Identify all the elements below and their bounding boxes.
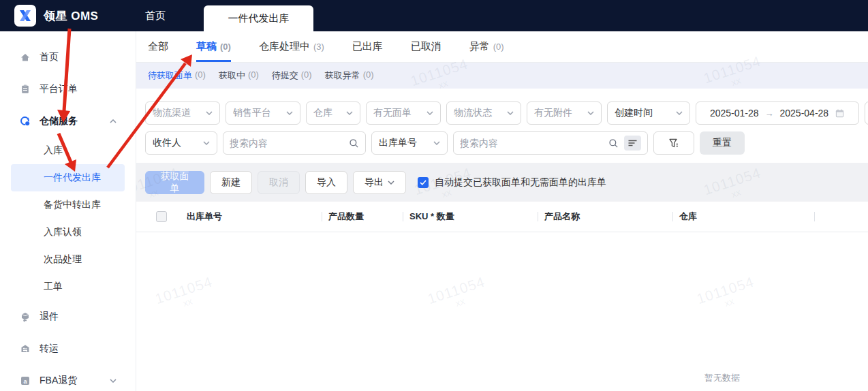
subtab-pending-label[interactable]: 待获取面单 (0) (148, 69, 206, 82)
warehouse-service-icon (19, 115, 31, 127)
date-range-arrow-icon: → (765, 108, 774, 119)
date-type-select[interactable]: 创建时间 (607, 101, 690, 125)
chevron-down-icon (110, 379, 117, 383)
column-header-extra (814, 202, 868, 232)
reset-button[interactable]: 重置 (700, 131, 745, 155)
sidebar-subitem-inbound-claim[interactable]: 入库认领 (0, 219, 136, 246)
sidebar-subitem-dropship-outbound[interactable]: 一件代发出库 (11, 164, 125, 191)
funnel-icon (668, 138, 679, 148)
tab-cancelled[interactable]: 已取消 (411, 31, 441, 62)
has-attachment-select[interactable]: 有无附件 (527, 101, 602, 125)
sidebar-subitem-defective-handling[interactable]: 次品处理 (0, 246, 136, 273)
action-bar: 获取面单 新建 取消 导入 导出 自动提交已获取面单和无需面单的出库单 (136, 163, 868, 202)
warehouse-select[interactable]: 仓库 (306, 101, 360, 125)
tab-draft[interactable]: 草稿 (0) (196, 31, 231, 62)
clipboard-icon (19, 83, 31, 95)
topnav-tab-dropship-outbound[interactable]: 一件代发出库 (204, 5, 313, 31)
sidebar-item-returns[interactable]: 退件 (0, 300, 136, 332)
auto-submit-option: 自动提交已获取面单和无需面单的出库单 (418, 176, 606, 189)
has-label-select[interactable]: 有无面单 (366, 101, 441, 125)
recipient-search-input[interactable] (230, 138, 343, 148)
search-icon (608, 138, 619, 148)
recipient-field-select[interactable]: 收件人 (145, 131, 217, 155)
tab-warehouse-processing[interactable]: 仓库处理中 (3) (259, 31, 324, 62)
advanced-filter-button[interactable] (653, 131, 694, 155)
chevron-up-icon (110, 119, 117, 123)
column-header-product-qty[interactable]: 产品数量 (322, 202, 403, 232)
sidebar-item-warehouse-service[interactable]: 仓储服务 (0, 105, 136, 137)
home-icon (19, 51, 31, 63)
chevron-down-icon (433, 141, 440, 145)
chevron-down-icon (346, 111, 353, 115)
chevron-down-icon (676, 111, 683, 115)
logistics-status-select[interactable]: 物流状态 (446, 101, 521, 125)
tab-processing-count: (3) (313, 42, 324, 52)
subtab-fetching[interactable]: 获取中 (0) (219, 69, 259, 82)
chevron-down-icon (286, 111, 293, 115)
tab-all[interactable]: 全部 (148, 31, 168, 62)
date-range-picker[interactable]: 2025-01-28 → 2025-04-28 (696, 101, 859, 125)
filter-panel: 物流渠道 销售平台 仓库 有无面单 物流状态 (136, 89, 868, 155)
column-header-order-no[interactable]: 出库单号 (179, 202, 322, 232)
tab-draft-count: (0) (220, 42, 231, 52)
export-button[interactable]: 导出 (353, 171, 406, 194)
extra-filter-select-clipped[interactable] (865, 101, 868, 125)
search-icon (349, 138, 359, 148)
draft-subtabs: 待获取面单 (0) 获取中 (0) 待提交 (0) 获取异常 (0) (136, 63, 868, 89)
main-content: 全部 草稿 (0) 仓库处理中 (3) 已出库 已取消 异常 (0) (136, 31, 868, 391)
create-button[interactable]: 新建 (210, 171, 252, 194)
order-search-box (453, 131, 648, 155)
sidebar-subitem-work-order[interactable]: 工单 (0, 273, 136, 300)
subtab-pending-submit[interactable]: 待提交 (0) (272, 69, 312, 82)
tab-abnormal[interactable]: 异常 (0) (469, 31, 504, 62)
order-no-field-select[interactable]: 出库单号 (371, 131, 448, 155)
table-header: 出库单号 产品数量 SKU * 数量 产品名称 仓库 (136, 202, 868, 232)
date-start: 2025-01-28 (710, 108, 759, 119)
tab-shipped[interactable]: 已出库 (352, 31, 383, 62)
sidebar-subitem-stock-transfer-outbound[interactable]: 备货中转出库 (0, 191, 136, 219)
lingxing-x-icon (18, 9, 32, 22)
status-tabs: 全部 草稿 (0) 仓库处理中 (3) 已出库 已取消 异常 (0) (136, 31, 868, 63)
column-header-warehouse[interactable]: 仓库 (672, 202, 814, 232)
date-end: 2025-04-28 (780, 108, 829, 119)
app-logo[interactable] (14, 5, 36, 27)
batch-search-icon[interactable] (624, 136, 641, 151)
select-all-checkbox[interactable] (156, 211, 167, 222)
recipient-search-box (223, 131, 366, 155)
chevron-down-icon (206, 111, 213, 115)
empty-state-text: 暂无数据 (681, 372, 763, 384)
sidebar-item-home[interactable]: 首页 (0, 41, 136, 73)
chevron-down-icon (388, 181, 394, 185)
import-button[interactable]: 导入 (305, 171, 347, 194)
logistics-channel-select[interactable]: 物流渠道 (145, 101, 220, 125)
amazon-a-icon: a (19, 375, 31, 386)
top-bar: 领星 OMS 首页 一件代发出库 (0, 0, 868, 31)
check-icon (420, 180, 427, 185)
sidebar-subitem-inbound[interactable]: 入库 (0, 137, 136, 164)
order-search-input[interactable] (460, 138, 603, 148)
calendar-icon (835, 108, 845, 119)
sidebar: 首页 平台订单 仓储服务 入库 一件代发出库 备货中转出库 入库认领 次品处理 … (0, 31, 136, 391)
chevron-down-icon (427, 111, 433, 115)
watermark: 1011054xx (141, 270, 230, 321)
auto-submit-label: 自动提交已获取面单和无需面单的出库单 (435, 176, 606, 189)
auto-submit-checkbox[interactable] (418, 177, 429, 188)
cancel-button[interactable]: 取消 (258, 171, 300, 194)
transfer-box-icon (19, 343, 31, 354)
watermark: 1011054xx (683, 270, 771, 321)
return-package-icon (19, 311, 31, 322)
sales-platform-select[interactable]: 销售平台 (226, 101, 300, 125)
column-header-sku-qty[interactable]: SKU * 数量 (403, 202, 538, 232)
chevron-down-icon (587, 111, 594, 115)
sidebar-item-fba-returns[interactable]: a FBA退货 (0, 364, 136, 391)
watermark: 1011054xx (414, 270, 502, 321)
get-label-button[interactable]: 获取面单 (145, 171, 204, 194)
column-header-product-name[interactable]: 产品名称 (538, 202, 672, 232)
chevron-down-icon (203, 141, 210, 145)
app-title: 领星 OMS (44, 8, 98, 24)
topnav-tab-home[interactable]: 首页 (145, 0, 166, 31)
sidebar-item-platform-orders[interactable]: 平台订单 (0, 73, 136, 105)
subtab-fetch-error[interactable]: 获取异常 (0) (325, 69, 374, 82)
sidebar-item-transfer[interactable]: 转运 (0, 332, 136, 364)
tab-abnormal-count: (0) (493, 42, 504, 52)
